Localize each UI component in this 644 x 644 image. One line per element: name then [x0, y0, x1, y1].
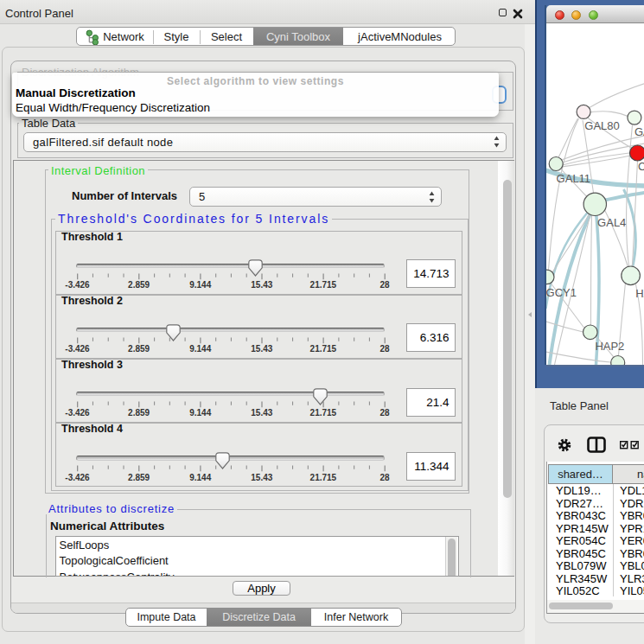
svg-text:GAL3: GAL3 [634, 125, 644, 138]
svg-text:HAP4: HAP4 [635, 287, 644, 300]
svg-text:HAP2: HAP2 [595, 340, 624, 353]
svg-text:GCY1: GCY1 [546, 286, 577, 299]
svg-text:GAL4: GAL4 [597, 216, 626, 229]
svg-text:CRP1: CRP1 [638, 160, 644, 173]
svg-text:GAL80: GAL80 [584, 119, 619, 132]
svg-text:GAL11: GAL11 [557, 172, 591, 185]
